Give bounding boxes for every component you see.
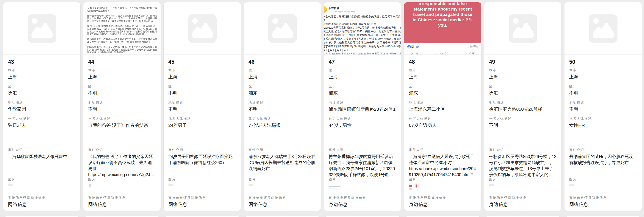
card-image[interactable]: irresponsible and false statements about… [404,2,481,55]
field-city: 城市 上海 [409,68,476,84]
case-card[interactable]: 46 城市 上海 区 浦东 地址描述 不明 死者大体描述 77岁老人沈瑞根 事件… [244,2,321,211]
field-event-value: 上海浦东*血透病人延误治疗致死且遗体滞留家中约30小时！ https://sha… [409,154,476,177]
image-thumbnail[interactable] [409,183,476,190]
field-event: 事件介绍 博主茶香禅静44岁的堂哥因延误治疗去世：我哥哥家住浦东新区唐镇创新西路… [329,148,396,177]
photo-placeholder [3,2,80,54]
field-city-value: 上海 [489,74,557,80]
image-thumbnail[interactable] [88,183,156,190]
field-info-type-value: 身边信息 [329,202,396,207]
field-info-type-value: 网络信息 [8,202,76,207]
next-row-card[interactable] [324,216,401,217]
field-deceased: 死者大体描述 67岁血透病人 [409,117,476,148]
image-thumbnail[interactable] [489,183,557,186]
comments-count: 7条评论 [468,45,478,49]
field-event-label: 事件介绍 [329,148,396,152]
reaction-count: 19 [416,45,418,48]
image-thumbnail[interactable] [168,183,236,186]
gray-pill-thumbnail[interactable] [569,184,574,186]
field-address-label: 地址描述 [329,101,396,104]
screenshot-paragraph: 人都没有这样的机会，一个病人需要几十个人的同时帮助和关怀才有可能获得一丝的机会！ [87,7,157,12]
next-row-card[interactable] [484,216,562,217]
next-row-card[interactable] [163,216,241,217]
field-info-type-value: 网络信息 [168,202,236,207]
case-card[interactable]: 45 城市 上海 区 不明 地址描述 不明 死者大体描述 24岁男子 事件介绍 … [163,2,241,211]
card-image[interactable]: 茶香禅静4-2 02:31 来自 iPhone客户端一名志愿者，昨日我投入路浦西… [324,2,401,55]
card-image[interactable] [3,2,80,55]
field-event: 事件介绍 24岁男子因核酸而延误治疗而猝死于浦东医院（微博@红茶260） [168,148,236,177]
image-thumbnail[interactable] [248,183,316,186]
card-image[interactable] [164,2,241,55]
facebook-screenshots-thumbnail[interactable] [409,183,420,190]
field-district-label: 区 [329,84,396,88]
next-row-card[interactable] [244,216,321,217]
field-info-type-value: 网络信息 [569,202,637,207]
field-address-value: 不明 [569,106,637,112]
field-deceased: 死者大体描述 77岁老人沈瑞根 [248,117,316,148]
field-image: 图片 [88,177,156,196]
case-card[interactable]: 43 城市 上海 区 徐汇 地址描述 华欣家园 死者大体描述 独居老人 事件介绍… [3,2,80,211]
field-info-type-label: 直接信息还是间接信息 [88,196,156,200]
field-deceased: 死者大体描述 44岁，男性 [329,117,396,148]
field-address-label: 地址描述 [248,101,316,104]
field-district-value: 浦东 [248,90,316,96]
weibo-screenshot-thumbnail[interactable] [329,183,341,190]
photo-placeholder-icon [28,14,56,43]
card-body: 50 城市 上海 区 不明 地址描述 不明 死者大体描述 女性HR 事件介绍 丹… [564,59,642,211]
next-row-card[interactable] [3,216,80,217]
gray-pill-thumbnail[interactable] [248,184,253,186]
field-info-type-label: 直接信息还是间接信息 [329,196,396,200]
field-info-type: 直接信息还是间接信息 网络信息 [168,196,236,211]
field-address-label: 地址描述 [168,101,236,104]
field-district: 区 不明 [569,84,637,101]
field-image: 图片 [248,177,316,196]
card-image[interactable]: 人都没有这样的机会，一个病人需要几十个人的同时帮助和关怀才有可能获得一丝的机会！… [84,2,160,55]
case-card[interactable]: irresponsible and false statements about… [404,2,482,211]
field-info-type-label: 直接信息还是间接信息 [409,196,476,200]
photo-placeholder-icon [268,14,297,43]
field-event-label: 事件介绍 [489,148,557,152]
field-deceased-label: 死者大体描述 [168,117,236,121]
like-reaction-icon [407,45,411,48]
field-address: 地址描述 不明 [168,101,236,117]
next-row-card[interactable] [83,216,161,217]
field-deceased-label: 死者大体描述 [248,117,316,121]
field-city-value: 上海 [248,74,316,80]
case-card[interactable]: 人都没有这样的机会，一个病人需要几十个人的同时帮助和关怀才有可能获得一丝的机会！… [83,2,161,211]
next-row-card[interactable] [404,216,482,217]
field-deceased: 死者大体描述 24岁男子 [168,117,236,148]
gray-pill-thumbnail[interactable] [8,184,13,186]
facebook-engagement-row: 197条评论 [404,43,481,51]
facebook-post: irresponsible and false statements about… [404,2,481,54]
document-thumbnail[interactable] [88,183,92,190]
card-image[interactable] [484,2,562,55]
field-city-label: 城市 [168,68,236,72]
card-image[interactable] [564,2,642,55]
image-thumbnail[interactable] [8,183,76,186]
field-deceased-value: 《我的爸爸 没了》作者的父亲 [88,122,156,128]
field-deceased-label: 死者大体描述 [569,117,637,121]
facebook-red-text: irresponsible and false statements about… [410,2,475,28]
field-event-value: 上海华欣家园独居老人饿死家中 [8,154,76,160]
facebook-reactions: 19 [407,45,418,49]
card-number: 45 [168,59,236,65]
comment-action: 评论 [436,52,446,55]
field-district-label: 区 [8,84,76,88]
field-address-value: 上海浦东寿二小区 [409,106,476,112]
next-row-card[interactable] [564,216,642,217]
gray-pill-thumbnail[interactable] [168,184,173,186]
image-thumbnail[interactable] [569,183,637,186]
card-number: 50 [569,59,637,65]
card-number: 48 [409,59,476,65]
card-image[interactable] [244,2,321,55]
gray-pill-thumbnail[interactable] [489,184,494,186]
screenshot-paragraph: 医院方面出于人道主义，让妈妈下楼来，但不能跨过这条隔离线，我们只能“隔线”相望，… [87,45,157,53]
field-image: 图片 [569,177,637,196]
card-body: 43 城市 上海 区 徐汇 地址描述 华欣家园 死者大体描述 独居老人 事件介绍… [3,59,80,211]
field-district-value: 不明 [569,90,637,96]
field-deceased-label: 死者大体描述 [88,117,156,121]
case-card[interactable]: 49 城市 上海 区 徐汇 地址描述 徐汇区罗秀路850弄26号楼 死者大体描述… [484,2,562,211]
case-card[interactable]: 茶香禅静4-2 02:31 来自 iPhone客户端一名志愿者，昨日我投入路浦西… [324,2,401,211]
photo-placeholder [484,2,562,54]
image-thumbnail[interactable] [329,183,396,190]
case-card[interactable]: 50 城市 上海 区 不明 地址描述 不明 死者大体描述 女性HR 事件介绍 丹… [564,2,642,211]
